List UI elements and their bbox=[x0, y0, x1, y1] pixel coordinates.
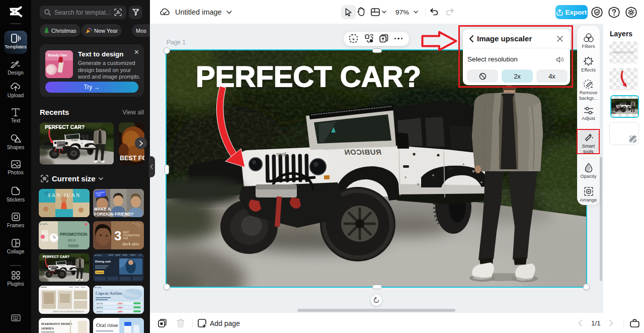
svg-text:MAKE A: MAKE A bbox=[94, 207, 111, 212]
svg-text:■ TopFly: ■ TopFly bbox=[40, 223, 47, 225]
svg-text:CA 1548: CA 1548 bbox=[96, 303, 103, 305]
svg-text:PROMOTION: PROMOTION bbox=[60, 232, 87, 237]
svg-text:dark skin: dark skin bbox=[122, 241, 139, 246]
svg-text:'Beauty Care: 'Beauty Care bbox=[47, 53, 67, 57]
svg-text:Oral rinse: Oral rinse bbox=[96, 322, 118, 328]
svg-text:Capcut Airline: Capcut Airline bbox=[96, 291, 122, 296]
svg-text:+324 ¥: +324 ¥ bbox=[117, 307, 123, 309]
svg-text:Diving suit: Diving suit bbox=[96, 271, 106, 274]
svg-text:HARMONY HOME: HARMONY HOME bbox=[41, 322, 72, 326]
svg-text:■ TopFly: ■ TopFly bbox=[95, 254, 102, 256]
svg-text:3: 3 bbox=[114, 228, 121, 243]
svg-text:■ TopFly: ■ TopFly bbox=[95, 287, 102, 289]
svg-text:+248 ¥: +248 ¥ bbox=[117, 311, 123, 313]
svg-text:$59.99: $59.99 bbox=[68, 239, 76, 242]
svg-text:CA 2890: CA 2890 bbox=[96, 307, 103, 309]
svg-text:BEST FO: BEST FO bbox=[120, 155, 144, 162]
svg-text:+208 ¥: +208 ¥ bbox=[117, 303, 123, 305]
svg-text:Diving suit: Diving suit bbox=[95, 260, 111, 263]
svg-text:FOUNDATIONS: FOUNDATIONS bbox=[123, 234, 139, 237]
svg-text:FOR: FOR bbox=[123, 237, 128, 240]
svg-text:BEST: BEST bbox=[123, 231, 129, 234]
svg-text:CA 3672: CA 3672 bbox=[96, 311, 103, 313]
svg-text:SERIES: SERIES bbox=[41, 326, 54, 330]
svg-text:SAN JUAN: SAN JUAN bbox=[48, 193, 81, 198]
svg-text:FOREIGN FRIEND?: FOREIGN FRIEND? bbox=[94, 212, 133, 217]
svg-text:FIRST IN LUXURY DESIGN: FIRST IN LUXURY DESIGN bbox=[53, 310, 84, 313]
